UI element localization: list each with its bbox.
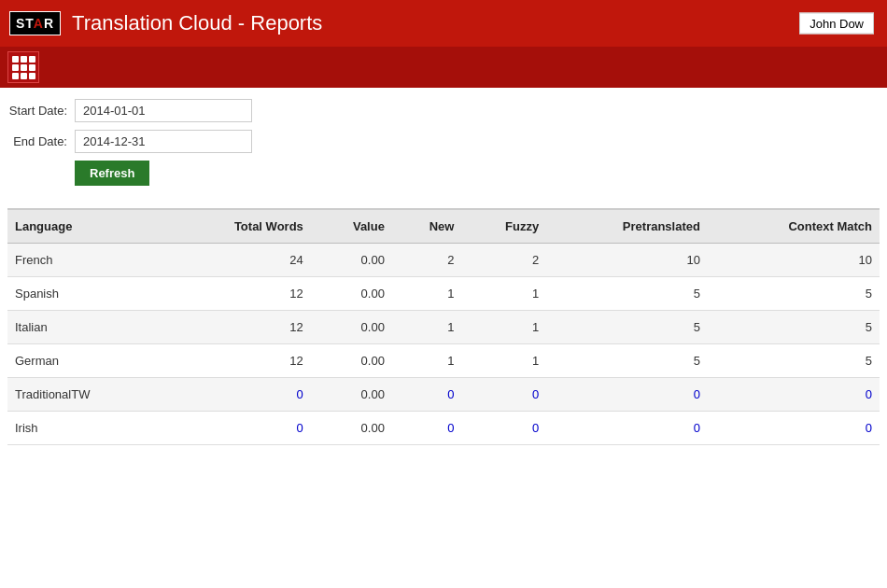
cell-total_words: 0: [164, 378, 311, 412]
cell-context_match: 10: [708, 244, 880, 277]
cell-language: Spanish: [7, 277, 164, 311]
table-row: French240.00221010: [7, 244, 880, 277]
table-header-row: Language Total Words Value New Fuzzy Pre…: [7, 209, 880, 244]
filter-form: Start Date: End Date: Refresh: [0, 88, 887, 201]
cell-value: 0.00: [311, 277, 392, 311]
col-context-match: Context Match: [708, 209, 880, 244]
cell-fuzzy: 0: [461, 378, 546, 412]
cell-total_words: 0: [164, 412, 311, 445]
cell-pretranslated: 5: [546, 277, 708, 311]
cell-total_words: 12: [164, 311, 311, 344]
cell-new: 1: [392, 277, 461, 311]
cell-value: 0.00: [311, 412, 392, 445]
cell-context_match: 0: [708, 412, 880, 445]
start-date-row: Start Date:: [7, 99, 872, 122]
cell-fuzzy: 1: [461, 277, 546, 311]
col-value: Value: [311, 209, 392, 244]
cell-total_words: 12: [164, 277, 311, 311]
end-date-label: End Date:: [7, 134, 75, 148]
cell-context_match: 0: [708, 378, 880, 412]
cell-total_words: 12: [164, 344, 311, 378]
cell-value: 0.00: [311, 311, 392, 344]
cell-fuzzy: 0: [461, 412, 546, 445]
toolbar: [0, 47, 887, 88]
cell-value: 0.00: [311, 244, 392, 277]
cell-fuzzy: 1: [461, 344, 546, 378]
cell-language: TraditionalTW: [7, 378, 164, 412]
cell-context_match: 5: [708, 311, 880, 344]
cell-context_match: 5: [708, 344, 880, 378]
page-title: Translation Cloud - Reports: [72, 11, 322, 35]
cell-fuzzy: 2: [461, 244, 546, 277]
cell-context_match: 5: [708, 277, 880, 311]
cell-pretranslated: 0: [546, 412, 708, 445]
report-table: Language Total Words Value New Fuzzy Pre…: [7, 208, 880, 445]
app-header: STAR Translation Cloud - Reports John Do…: [0, 0, 887, 47]
start-date-label: Start Date:: [7, 104, 75, 118]
end-date-row: End Date:: [7, 130, 872, 153]
cell-language: French: [7, 244, 164, 277]
cell-pretranslated: 5: [546, 344, 708, 378]
cell-new: 2: [392, 244, 461, 277]
col-new: New: [392, 209, 461, 244]
cell-new: 1: [392, 344, 461, 378]
cell-total_words: 24: [164, 244, 311, 277]
cell-pretranslated: 0: [546, 378, 708, 412]
col-fuzzy: Fuzzy: [461, 209, 546, 244]
cell-new: 0: [392, 378, 461, 412]
grid-icon: [12, 56, 35, 79]
table-row: Spanish120.001155: [7, 277, 880, 311]
end-date-input[interactable]: [75, 130, 252, 153]
cell-new: 0: [392, 412, 461, 445]
cell-pretranslated: 5: [546, 311, 708, 344]
cell-language: Irish: [7, 412, 164, 445]
grid-menu-button[interactable]: [7, 51, 39, 83]
table-row: Irish00.000000: [7, 412, 880, 445]
cell-language: German: [7, 344, 164, 378]
col-pretranslated: Pretranslated: [546, 209, 708, 244]
col-total-words: Total Words: [164, 209, 311, 244]
cell-value: 0.00: [311, 344, 392, 378]
cell-fuzzy: 1: [461, 311, 546, 344]
cell-new: 1: [392, 311, 461, 344]
table-row: German120.001155: [7, 344, 880, 378]
refresh-row: Refresh: [7, 161, 872, 186]
user-menu-button[interactable]: John Dow: [799, 13, 874, 35]
cell-language: Italian: [7, 311, 164, 344]
table-row: TraditionalTW00.000000: [7, 378, 880, 412]
app-logo: STAR: [9, 11, 61, 35]
cell-value: 0.00: [311, 378, 392, 412]
refresh-button[interactable]: Refresh: [75, 161, 149, 186]
report-table-wrapper: Language Total Words Value New Fuzzy Pre…: [0, 208, 887, 445]
table-row: Italian120.001155: [7, 311, 880, 344]
cell-pretranslated: 10: [546, 244, 708, 277]
col-language: Language: [7, 209, 164, 244]
start-date-input[interactable]: [75, 99, 252, 122]
